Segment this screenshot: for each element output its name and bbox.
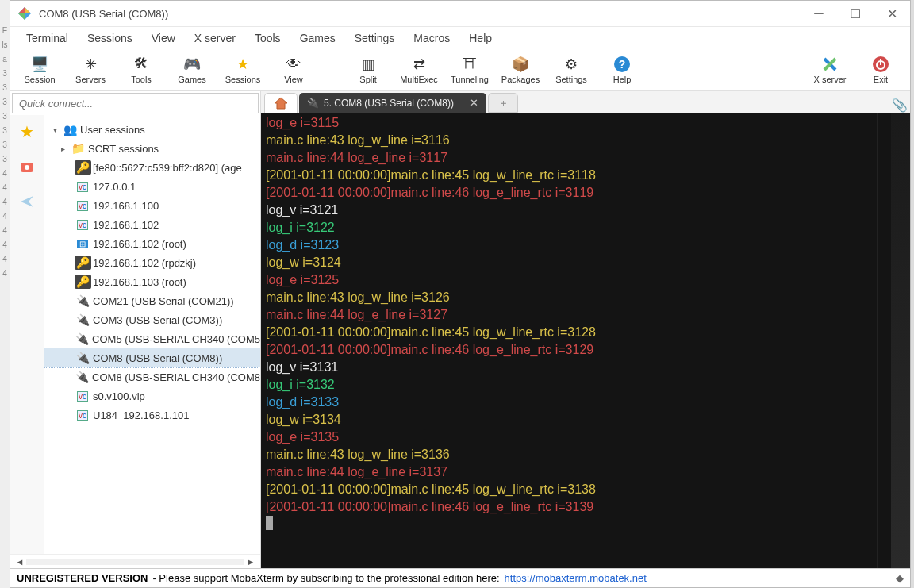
session-item[interactable]: ⊞192.168.1.102 (root) [44, 234, 260, 253]
tool-label: X server [814, 75, 847, 84]
session-label: U184_192.168.1.101 [93, 409, 189, 421]
svg-marker-13 [21, 196, 33, 207]
maximize-button[interactable]: ☐ [837, 1, 874, 26]
quick-connect-input[interactable] [12, 93, 259, 113]
session-item[interactable]: 🔑192.168.1.102 (rpdzkj) [44, 253, 260, 272]
session-item[interactable]: 🔑[fe80::5627:c539:bff2:d820] (age [44, 158, 260, 177]
tree-root[interactable]: ▾👥User sessions [44, 120, 260, 139]
attachment-icon[interactable]: 📎 [889, 98, 910, 113]
terminal[interactable]: log_e i=3115main.c line:43 log_w_line i=… [261, 113, 877, 568]
menu-tools[interactable]: Tools [245, 29, 290, 48]
send-tab-icon[interactable] [15, 190, 39, 213]
tab-com8[interactable]: 🔌 5. COM8 (USB Serial (COM8)) ✕ [299, 93, 486, 113]
home-icon [274, 97, 288, 110]
tunneling-icon: ⛩ [461, 56, 478, 73]
scroll-right-icon[interactable]: ► [244, 557, 257, 567]
status-link[interactable]: https://mobaxterm.mobatek.net [505, 572, 647, 584]
tool-packages[interactable]: 📦Packages [499, 56, 542, 84]
session-icon: 🖥️ [31, 56, 48, 73]
session-item[interactable]: vcs0.v100.vip [44, 386, 260, 405]
folder-icon: 👥 [63, 123, 77, 136]
settings-icon: ⚙ [563, 56, 580, 73]
split-icon: ▥ [359, 56, 377, 73]
terminal-line: [2001-01-11 00:00:00]main.c line:45 log_… [266, 167, 872, 184]
tab-close-icon[interactable]: ✕ [470, 97, 478, 109]
tool-label: Packages [501, 75, 540, 84]
serial-icon: 🔌 [75, 294, 90, 307]
favorites-tab-icon[interactable]: ★ [15, 120, 39, 144]
tool-label: Session [24, 75, 55, 84]
menu-settings[interactable]: Settings [345, 29, 405, 48]
tool-label: MultiExec [400, 75, 438, 84]
menu-terminal[interactable]: Terminal [17, 29, 78, 48]
session-item[interactable]: 🔌COM3 (USB Serial (COM3)) [44, 310, 260, 329]
expand-icon[interactable]: ▸ [58, 144, 67, 153]
tool-view[interactable]: 👁View [272, 56, 315, 84]
session-item[interactable]: 🔌COM5 (USB-SERIAL CH340 (COM5 [44, 329, 260, 348]
terminal-line: log_d i=3123 [266, 236, 872, 254]
tool-split[interactable]: ▥Split [347, 56, 390, 84]
session-item[interactable]: vcU184_192.168.1.101 [44, 405, 260, 425]
menu-games[interactable]: Games [290, 29, 345, 48]
tool-help[interactable]: ?Help [601, 56, 643, 84]
games-icon: 🎮 [183, 56, 201, 73]
tool-xserver[interactable]: X server [808, 56, 851, 84]
node-label: User sessions [80, 124, 145, 136]
tool-tunneling[interactable]: ⛩Tunneling [448, 56, 491, 84]
packages-icon: 📦 [512, 56, 529, 73]
terminal-scrollbar[interactable] [877, 113, 891, 568]
menu-x server[interactable]: X server [185, 29, 245, 48]
menu-view[interactable]: View [142, 29, 185, 48]
scroll-left-icon[interactable]: ◄ [13, 557, 26, 567]
tree-folder-scrt[interactable]: ▸📁SCRT sessions [44, 139, 260, 158]
terminal-line: log_w i=3134 [266, 411, 872, 429]
terminal-line: log_e i=3115 [266, 114, 872, 132]
tool-label: Help [613, 75, 632, 84]
menu-help[interactable]: Help [459, 29, 501, 48]
terminal-line: [2001-01-11 00:00:00]main.c line:45 log_… [266, 324, 872, 341]
key-icon: 🔑 [75, 275, 90, 288]
menu-macros[interactable]: Macros [404, 29, 459, 48]
tool-multiexec[interactable]: ⇄MultiExec [397, 56, 440, 84]
tool-sessions[interactable]: ★Sessions [221, 56, 264, 84]
session-item[interactable]: vc127.0.0.1 [44, 177, 260, 196]
home-tab[interactable] [264, 93, 298, 113]
menu-sessions[interactable]: Sessions [78, 29, 142, 48]
close-button[interactable]: ✕ [874, 1, 910, 26]
tree-horizontal-scrollbar[interactable]: ◄ ► [10, 554, 260, 568]
tools-tab-icon[interactable] [15, 155, 39, 179]
scroll-track[interactable] [26, 559, 244, 565]
status-resize-grip-icon[interactable]: ◆ [896, 572, 904, 584]
collapse-icon[interactable]: ▾ [50, 125, 60, 134]
main-toolbar: 🖥️Session✳Servers🛠Tools🎮Games★Sessions👁V… [10, 48, 910, 91]
terminal-line: log_i i=3122 [266, 219, 872, 236]
tool-session[interactable]: 🖥️Session [18, 56, 61, 84]
statusbar: UNREGISTERED VERSION - Please support Mo… [10, 568, 910, 587]
terminal-line: log_v i=3131 [266, 359, 872, 376]
tool-tools[interactable]: 🛠Tools [120, 56, 163, 84]
session-item[interactable]: 🔌COM8 (USB Serial (COM8)) [44, 348, 260, 367]
titlebar[interactable]: COM8 (USB Serial (COM8)) ─ ☐ ✕ [10, 1, 910, 27]
unregistered-label: UNREGISTERED VERSION [17, 572, 148, 584]
session-item[interactable]: 🔌COM8 (USB-SERIAL CH340 (COM8 [44, 367, 260, 386]
tool-label: Split [359, 75, 376, 84]
vc-icon: vc [75, 409, 90, 421]
tool-servers[interactable]: ✳Servers [69, 56, 112, 84]
tool-exit[interactable]: Exit [859, 56, 902, 84]
new-tab-button[interactable]: ＋ [488, 93, 518, 113]
tool-settings[interactable]: ⚙Settings [550, 56, 593, 84]
session-item[interactable]: vc192.168.1.102 [44, 215, 260, 234]
background-window-sliver [891, 113, 910, 568]
session-item[interactable]: 🔌COM21 (USB Serial (COM21)) [44, 291, 260, 310]
minimize-button[interactable]: ─ [801, 1, 837, 26]
tool-games[interactable]: 🎮Games [171, 56, 213, 84]
tool-label: View [284, 75, 303, 84]
session-item[interactable]: 🔑192.168.1.103 (root) [44, 272, 260, 291]
session-label: COM8 (USB Serial (COM8)) [93, 352, 222, 364]
window-title: COM8 (USB Serial (COM8)) [39, 8, 801, 20]
sessions-tree[interactable]: ▾👥User sessions▸📁SCRT sessions🔑[fe80::56… [44, 115, 260, 554]
key-icon: 🔑 [75, 161, 90, 174]
session-label: 192.168.1.102 (rpdzkj) [93, 257, 196, 269]
status-text: - Please support MobaXterm by subscribin… [152, 572, 499, 584]
session-item[interactable]: vc192.168.1.100 [44, 196, 260, 215]
